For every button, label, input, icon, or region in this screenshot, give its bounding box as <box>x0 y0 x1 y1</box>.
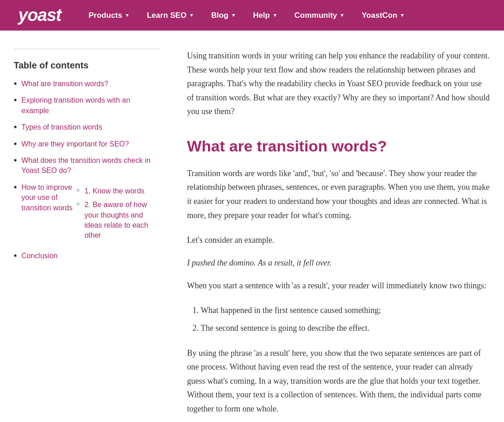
italic-quote: I pushed the domino. As a result, it fel… <box>187 258 490 268</box>
main-nav: Products▾Learn SEO▾Blog▾Help▾Community▾Y… <box>79 0 486 31</box>
nav-item-label: YoastCon <box>362 11 397 20</box>
nav-item-label: Help <box>253 11 270 20</box>
example-intro: Let's consider an example. <box>187 233 490 247</box>
nav-item-products[interactable]: Products▾ <box>79 0 138 31</box>
chevron-down-icon: ▾ <box>190 12 193 18</box>
toc-link[interactable]: What are transition words? <box>21 79 108 89</box>
toc-sub-link[interactable]: 1. Know the words <box>84 186 145 196</box>
chevron-down-icon: ▾ <box>401 12 404 18</box>
nav-item-help[interactable]: Help▾ <box>244 0 286 31</box>
toc-link[interactable]: How to improve your use of transition wo… <box>21 182 76 213</box>
nav-item-community[interactable]: Community▾ <box>286 0 353 31</box>
list-item: Conclusion <box>14 251 160 261</box>
site-header: yoast Products▾Learn SEO▾Blog▾Help▾Commu… <box>0 0 504 31</box>
main-container: Table of contents What are transition wo… <box>0 31 504 422</box>
nav-item-yoastcon[interactable]: YoastCon▾ <box>353 0 413 31</box>
list-item: The second sentence is going to describe… <box>201 321 490 335</box>
list-item: Exploring transition words with an examp… <box>14 95 160 116</box>
toc-list: What are transition words?Exploring tran… <box>14 79 160 261</box>
list-item: What does the transition words check in … <box>14 156 160 176</box>
list-item: Why are they important for SEO? <box>14 139 160 149</box>
body-paragraph-3: By using the phrase 'as a result' here, … <box>187 346 490 416</box>
ordered-list: What happened in the first sentence caus… <box>187 303 490 335</box>
chevron-down-icon: ▾ <box>126 12 129 18</box>
list-item: 1. Know the words <box>76 186 160 196</box>
toc-sub-list: 1. Know the words2. Be aware of how your… <box>76 186 160 245</box>
list-item: Types of transition words <box>14 122 160 132</box>
chevron-down-icon: ▾ <box>232 12 235 18</box>
toc-link[interactable]: What does the transition words check in … <box>21 156 160 176</box>
intro-paragraph: Using transition words in your writing c… <box>187 49 490 119</box>
chevron-down-icon: ▾ <box>274 12 276 18</box>
chevron-down-icon: ▾ <box>341 12 343 18</box>
sidebar-divider <box>14 49 160 49</box>
sidebar: Table of contents What are transition wo… <box>14 49 178 422</box>
toc-link[interactable]: Why are they important for SEO? <box>21 139 129 149</box>
section-heading-what-are: What are transition words? <box>187 137 490 156</box>
toc-sub-link[interactable]: 2. Be aware of how your thoughts and ide… <box>84 200 160 241</box>
nav-item-label: Learn SEO <box>147 11 187 20</box>
article-content: Using transition words in your writing c… <box>178 49 490 422</box>
toc-link[interactable]: Exploring transition words with an examp… <box>21 95 160 116</box>
nav-item-label: Community <box>295 11 338 20</box>
toc-link[interactable]: Types of transition words <box>21 122 102 132</box>
toc-title: Table of contents <box>14 60 160 71</box>
list-item: 2. Be aware of how your thoughts and ide… <box>76 200 160 241</box>
body-paragraph-2: When you start a sentence with 'as a res… <box>187 279 490 293</box>
nav-item-learn-seo[interactable]: Learn SEO▾ <box>138 0 202 31</box>
nav-item-label: Products <box>88 11 122 20</box>
list-item: What are transition words? <box>14 79 160 89</box>
toc-link[interactable]: Conclusion <box>21 251 57 261</box>
nav-item-blog[interactable]: Blog▾ <box>202 0 244 31</box>
nav-item-label: Blog <box>211 11 229 20</box>
body-paragraph-1: Transition words are words like 'and', '… <box>187 167 490 222</box>
list-item: What happened in the first sentence caus… <box>201 303 490 318</box>
list-item: How to improve your use of transition wo… <box>14 182 160 245</box>
logo[interactable]: yoast <box>18 5 61 25</box>
